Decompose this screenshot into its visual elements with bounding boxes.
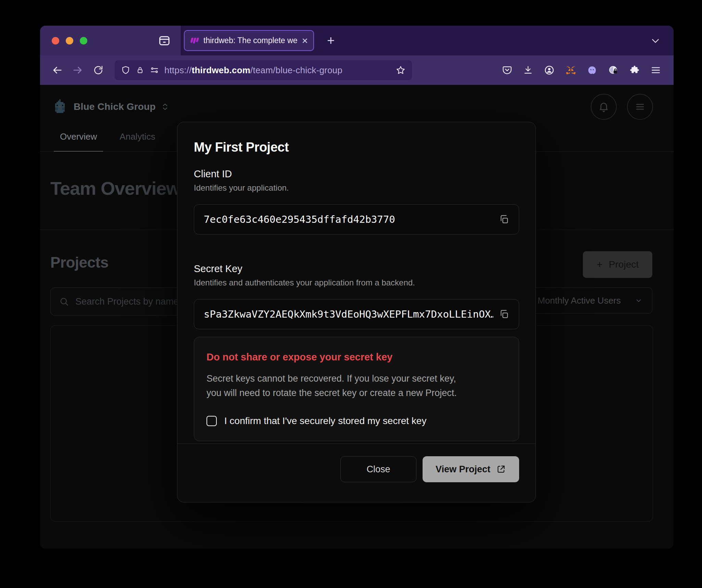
warning-body: Secret keys cannot be recovered. If you … bbox=[206, 372, 506, 400]
forward-button[interactable] bbox=[70, 63, 85, 78]
window-minimize-button[interactable] bbox=[66, 37, 73, 44]
warning-title: Do not share or expose your secret key bbox=[206, 351, 506, 363]
tab-manager-icon[interactable] bbox=[158, 34, 171, 48]
project-created-modal: My First Project Client ID Identifies yo… bbox=[177, 122, 536, 502]
view-project-button[interactable]: View Project bbox=[423, 456, 519, 482]
warning-line-2: you will need to rotate the secret key o… bbox=[206, 386, 506, 400]
list-all-tabs-chevron-icon[interactable] bbox=[650, 26, 661, 55]
confirm-checkbox[interactable] bbox=[206, 416, 217, 426]
secret-key-description: Identifies and authenticates your applic… bbox=[194, 278, 519, 287]
url-text: https://thirdweb.com/team/blue-chick-gro… bbox=[164, 65, 342, 76]
modal-title: My First Project bbox=[194, 140, 519, 155]
url-domain: thirdweb.com bbox=[192, 65, 250, 75]
team-name: Blue Chick Group bbox=[74, 101, 156, 112]
close-button[interactable]: Close bbox=[340, 456, 416, 482]
view-project-label: View Project bbox=[436, 464, 490, 475]
client-id-description: Identifies your application. bbox=[194, 183, 519, 193]
thirdweb-dashboard-page: Blue Chick Group Overview Analytics bbox=[40, 85, 674, 549]
confirm-row: I confirm that I've securely stored my s… bbox=[206, 416, 506, 426]
menu-hamburger-icon[interactable] bbox=[650, 65, 661, 76]
window-controls bbox=[40, 26, 181, 55]
screen: thirdweb: The complete web3 de × + bbox=[0, 0, 702, 588]
phantom-icon[interactable] bbox=[587, 65, 597, 75]
notifications-bell-button[interactable] bbox=[591, 94, 617, 120]
browser-tab-thirdweb[interactable]: thirdweb: The complete web3 de × bbox=[184, 30, 314, 51]
privacy-extension-icon[interactable] bbox=[608, 65, 619, 76]
toolbar-extensions bbox=[502, 65, 664, 76]
modal-body: My First Project Client ID Identifies yo… bbox=[177, 122, 536, 441]
tab-close-icon[interactable]: × bbox=[301, 36, 309, 46]
sort-dropdown[interactable]: Monthly Active Users bbox=[528, 287, 652, 314]
browser-tab-bar: thirdweb: The complete web3 de × + bbox=[40, 26, 674, 55]
lock-icon[interactable] bbox=[136, 66, 145, 75]
browser-nav-bar: https://thirdweb.com/team/blue-chick-gro… bbox=[40, 55, 674, 85]
window-zoom-button[interactable] bbox=[80, 37, 87, 44]
metamask-icon[interactable] bbox=[565, 65, 576, 76]
sort-dropdown-label: Monthly Active Users bbox=[538, 295, 621, 306]
dashboard-menu-button[interactable] bbox=[627, 94, 653, 120]
team-header: Blue Chick Group bbox=[40, 85, 674, 120]
confirm-label: I confirm that I've securely stored my s… bbox=[224, 416, 426, 426]
warning-line-1: Secret keys cannot be recovered. If you … bbox=[206, 372, 506, 386]
copy-client-id-button[interactable] bbox=[493, 214, 509, 225]
window-close-button[interactable] bbox=[52, 37, 59, 44]
add-project-label: Project bbox=[609, 259, 639, 270]
add-project-button[interactable]: + Project bbox=[583, 251, 652, 278]
account-icon[interactable] bbox=[544, 65, 555, 76]
bookmark-star-icon[interactable] bbox=[396, 65, 406, 75]
modal-footer: Close View Project bbox=[177, 444, 536, 502]
permissions-icon[interactable] bbox=[150, 65, 159, 75]
team-switcher-chevrons-icon[interactable] bbox=[161, 102, 170, 111]
tab-title: thirdweb: The complete web3 de bbox=[203, 36, 297, 45]
team-avatar bbox=[52, 99, 67, 114]
url-bar[interactable]: https://thirdweb.com/team/blue-chick-gro… bbox=[115, 60, 412, 80]
secret-key-warning: Do not share or expose your secret key S… bbox=[194, 337, 519, 441]
downloads-icon[interactable] bbox=[523, 65, 533, 75]
url-path: /team/blue-chick-group bbox=[250, 65, 342, 75]
reload-button[interactable] bbox=[91, 63, 106, 78]
back-button[interactable] bbox=[50, 63, 65, 78]
secret-key-value: sPa3ZkwaVZY2AEQkXmk9t3VdEoHQ3wXEPFLmx7Dx… bbox=[204, 308, 493, 320]
client-id-field[interactable]: 7ec0fe63c460e295435dffafd42b3770 bbox=[194, 204, 519, 234]
thirdweb-favicon-icon bbox=[189, 37, 200, 45]
browser-window: thirdweb: The complete web3 de × + bbox=[40, 26, 674, 549]
plus-icon: + bbox=[597, 259, 603, 270]
client-id-value: 7ec0fe63c460e295435dffafd42b3770 bbox=[204, 214, 395, 225]
search-icon bbox=[59, 296, 69, 307]
chevron-down-icon bbox=[634, 296, 643, 305]
secret-key-label: Secret Key bbox=[194, 263, 519, 274]
extensions-puzzle-icon[interactable] bbox=[629, 65, 640, 75]
pocket-icon[interactable] bbox=[502, 65, 512, 75]
tab-analytics[interactable]: Analytics bbox=[120, 131, 155, 151]
url-scheme: https:// bbox=[164, 65, 192, 75]
tracking-shield-icon[interactable] bbox=[121, 65, 130, 75]
client-id-label: Client ID bbox=[194, 168, 519, 180]
tab-overview[interactable]: Overview bbox=[60, 131, 97, 151]
copy-secret-key-button[interactable] bbox=[493, 309, 509, 319]
secret-key-field[interactable]: sPa3ZkwaVZY2AEQkXmk9t3VdEoHQ3wXEPFLmx7Dx… bbox=[194, 299, 519, 329]
external-link-icon bbox=[496, 464, 506, 474]
new-tab-button[interactable]: + bbox=[327, 26, 335, 55]
